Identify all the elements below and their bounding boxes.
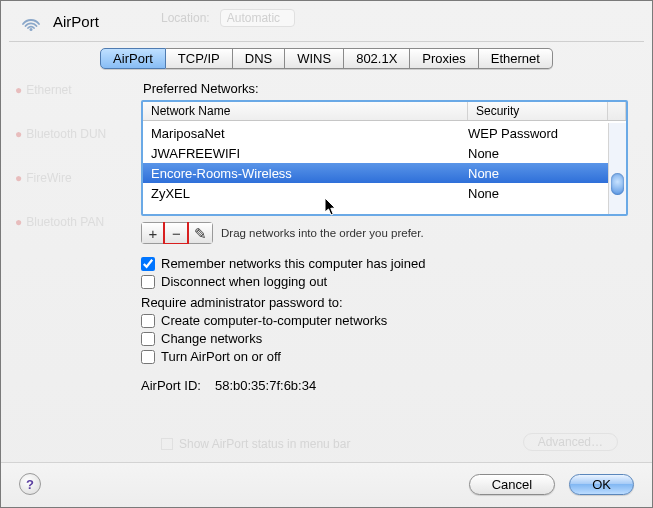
airport-id-label: AirPort ID: <box>141 378 201 393</box>
turn-airport-checkbox[interactable] <box>141 350 155 364</box>
tab-bar: AirPort TCP/IP DNS WINS 802.1X Proxies E… <box>1 48 652 69</box>
location-ghost: Location: Automatic <box>161 9 295 27</box>
change-networks-checkbox[interactable] <box>141 332 155 346</box>
scrollbar[interactable] <box>608 123 626 214</box>
airport-id-row: AirPort ID: 58:b0:35:7f:6b:34 <box>141 378 628 393</box>
remember-checkbox[interactable] <box>141 257 155 271</box>
disconnect-label: Disconnect when logging out <box>161 274 327 289</box>
require-admin-label: Require administrator password to: <box>141 295 628 310</box>
titlebar: AirPort <box>1 1 652 41</box>
turn-checkbox-row: Turn AirPort on or off <box>141 349 628 364</box>
advanced-ghost: Advanced… <box>523 433 618 451</box>
change-label: Change networks <box>161 331 262 346</box>
airport-preferences-window: AirPort Location: Automatic AirPort TCP/… <box>0 0 653 508</box>
svg-point-0 <box>30 28 33 31</box>
network-security: None <box>468 166 600 181</box>
network-security: WEP Password <box>468 126 600 141</box>
ok-button[interactable]: OK <box>569 474 634 495</box>
create-networks-checkbox[interactable] <box>141 314 155 328</box>
airport-icon <box>19 9 43 33</box>
table-row[interactable]: Encore-Rooms-WirelessNone <box>143 163 608 183</box>
tab-dns[interactable]: DNS <box>233 48 285 69</box>
network-name: MariposaNet <box>151 126 468 141</box>
window-title: AirPort <box>53 13 99 30</box>
col-security[interactable]: Security <box>468 102 608 120</box>
edit-button[interactable]: ✎ <box>189 222 213 244</box>
table-row[interactable]: JWAFREEWIFINone <box>143 143 608 163</box>
remember-checkbox-row: Remember networks this computer has join… <box>141 256 628 271</box>
tab-wins[interactable]: WINS <box>285 48 344 69</box>
network-security: None <box>468 186 600 201</box>
network-security: None <box>468 146 600 161</box>
disconnect-checkbox[interactable] <box>141 275 155 289</box>
change-checkbox-row: Change networks <box>141 331 628 346</box>
tab-tcpip[interactable]: TCP/IP <box>166 48 233 69</box>
table-header: Network Name Security <box>143 102 626 121</box>
plus-icon: + <box>149 226 158 241</box>
add-button[interactable]: + <box>141 222 165 244</box>
minus-icon: − <box>172 226 181 241</box>
create-checkbox-row: Create computer-to-computer networks <box>141 313 628 328</box>
drag-hint: Drag networks into the order you prefer. <box>221 227 424 239</box>
network-name: Encore-Rooms-Wireless <box>151 166 468 181</box>
table-row[interactable]: ZyXELNone <box>143 183 608 203</box>
tab-airport[interactable]: AirPort <box>100 48 166 69</box>
network-name: JWAFREEWIFI <box>151 146 468 161</box>
options: Remember networks this computer has join… <box>141 256 628 364</box>
table-row[interactable]: MariposaNetWEP Password <box>143 123 608 143</box>
remember-label: Remember networks this computer has join… <box>161 256 425 271</box>
tab-8021x[interactable]: 802.1X <box>344 48 410 69</box>
scrollbar-thumb[interactable] <box>611 173 624 195</box>
col-network-name[interactable]: Network Name <box>143 102 468 120</box>
create-label: Create computer-to-computer networks <box>161 313 387 328</box>
tab-proxies[interactable]: Proxies <box>410 48 478 69</box>
show-status-ghost: Show AirPort status in menu bar <box>161 437 350 451</box>
help-button[interactable]: ? <box>19 473 41 495</box>
disconnect-checkbox-row: Disconnect when logging out <box>141 274 628 289</box>
preferred-networks-label: Preferred Networks: <box>143 81 628 96</box>
preferred-networks-table[interactable]: Network Name Security MariposaNetWEP Pas… <box>141 100 628 216</box>
remove-button[interactable]: − <box>165 222 189 244</box>
content-area: Preferred Networks: Network Name Securit… <box>141 81 628 393</box>
pencil-icon: ✎ <box>194 226 207 241</box>
turn-label: Turn AirPort on or off <box>161 349 281 364</box>
table-action-buttons: + − ✎ <box>141 222 213 244</box>
tab-ethernet[interactable]: Ethernet <box>479 48 553 69</box>
airport-id-value: 58:b0:35:7f:6b:34 <box>215 378 316 393</box>
cancel-button[interactable]: Cancel <box>469 474 555 495</box>
sidebar-ghost: ●Ethernet ●Bluetooth DUN ●FireWire ●Blue… <box>15 83 125 259</box>
bottom-bar: ? Cancel OK <box>1 462 652 507</box>
network-name: ZyXEL <box>151 186 468 201</box>
help-icon: ? <box>26 477 34 492</box>
